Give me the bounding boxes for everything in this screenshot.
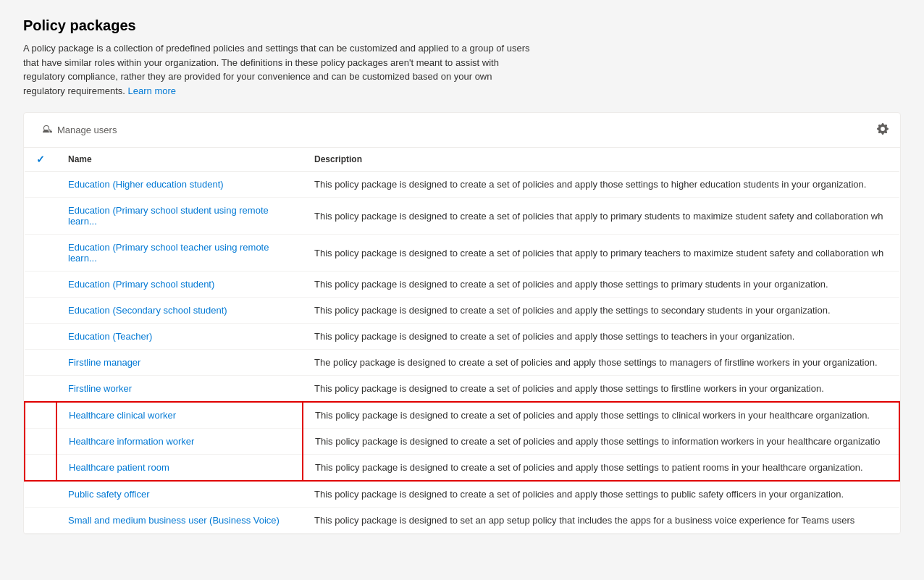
row-name-link[interactable]: Firstline manager — [68, 357, 140, 368]
row-name-cell: Small and medium business user (Business… — [56, 508, 303, 534]
manage-users-label: Manage users — [57, 125, 117, 135]
manage-users-button[interactable]: Manage users — [35, 120, 122, 140]
row-check-cell — [25, 455, 56, 482]
table-row: Education (Primary school teacher using … — [25, 235, 899, 272]
page-title: Policy packages — [23, 17, 901, 34]
gear-icon[interactable] — [877, 123, 889, 138]
table-row: Firstline manager The policy package is … — [25, 350, 899, 376]
row-name-link[interactable]: Education (Primary school teacher using … — [68, 242, 269, 264]
row-name-cell: Public safety officer — [56, 481, 303, 508]
table-row: Healthcare clinical worker This policy p… — [25, 402, 899, 429]
row-description-cell: This policy package is designed to creat… — [303, 172, 899, 198]
row-description-cell: This policy package is designed to creat… — [303, 402, 899, 429]
table-header-row: ✓ Name Description — [25, 148, 899, 172]
table-row: Small and medium business user (Business… — [25, 508, 899, 534]
row-check-cell — [25, 324, 56, 350]
checkmark-icon: ✓ — [36, 154, 45, 165]
check-column-header: ✓ — [25, 148, 56, 172]
row-name-link[interactable]: Healthcare clinical worker — [69, 410, 176, 421]
table-row: Education (Primary school student using … — [25, 198, 899, 235]
row-description-cell: This policy package is designed to creat… — [303, 198, 899, 235]
row-name-cell: Firstline manager — [56, 350, 303, 376]
row-name-link[interactable]: Healthcare information worker — [69, 436, 194, 447]
name-column-header: Name — [56, 148, 303, 172]
row-name-link[interactable]: Small and medium business user (Business… — [68, 515, 280, 526]
row-description-cell: This policy package is designed to creat… — [303, 455, 899, 482]
table-row: Healthcare information worker This polic… — [25, 429, 899, 455]
table-row: Education (Secondary school student) Thi… — [25, 298, 899, 324]
row-check-cell — [25, 429, 56, 455]
description-column-header: Description — [303, 148, 899, 172]
row-name-cell: Education (Teacher) — [56, 324, 303, 350]
row-name-cell: Healthcare information worker — [56, 429, 303, 455]
page-description: A policy package is a collection of pred… — [23, 41, 530, 98]
row-name-cell: Healthcare clinical worker — [56, 402, 303, 429]
row-name-cell: Healthcare patient room — [56, 455, 303, 482]
policy-packages-table: ✓ Name Description Education (Higher edu… — [24, 148, 900, 534]
row-check-cell — [25, 402, 56, 429]
row-name-cell: Education (Secondary school student) — [56, 298, 303, 324]
row-name-cell: Education (Higher education student) — [56, 172, 303, 198]
table-row: Healthcare patient room This policy pack… — [25, 455, 899, 482]
row-name-cell: Education (Primary school student using … — [56, 198, 303, 235]
row-check-cell — [25, 272, 56, 298]
row-name-cell: Education (Primary school student) — [56, 272, 303, 298]
row-name-cell: Education (Primary school teacher using … — [56, 235, 303, 272]
row-check-cell — [25, 298, 56, 324]
row-name-cell: Firstline worker — [56, 376, 303, 403]
row-description-cell: The policy package is designed to create… — [303, 350, 899, 376]
row-description-cell: This policy package is designed to creat… — [303, 324, 899, 350]
row-check-cell — [25, 350, 56, 376]
table-row: Firstline worker This policy package is … — [25, 376, 899, 403]
row-name-link[interactable]: Public safety officer — [68, 489, 149, 500]
card-toolbar: Manage users — [24, 113, 900, 148]
row-description-cell: This policy package is designed to set a… — [303, 508, 899, 534]
row-check-cell — [25, 376, 56, 403]
row-name-link[interactable]: Education (Primary school student) — [68, 279, 214, 290]
table-row: Education (Primary school student) This … — [25, 272, 899, 298]
row-description-cell: This policy package is designed to creat… — [303, 235, 899, 272]
row-name-link[interactable]: Education (Secondary school student) — [68, 305, 227, 316]
row-name-link[interactable]: Education (Teacher) — [68, 331, 152, 342]
people-icon — [41, 123, 53, 137]
learn-more-link[interactable]: Learn more — [128, 85, 176, 96]
table-row: Public safety officer This policy packag… — [25, 481, 899, 508]
row-check-cell — [25, 508, 56, 534]
row-check-cell — [25, 235, 56, 272]
row-description-cell: This policy package is designed to creat… — [303, 272, 899, 298]
table-row: Education (Higher education student) Thi… — [25, 172, 899, 198]
policy-packages-card: Manage users ✓ Name Description Educatio… — [23, 112, 901, 534]
row-check-cell — [25, 481, 56, 508]
row-description-cell: This policy package is designed to creat… — [303, 376, 899, 403]
row-description-cell: This policy package is designed to creat… — [303, 429, 899, 455]
row-name-link[interactable]: Education (Primary school student using … — [68, 205, 269, 227]
row-check-cell — [25, 198, 56, 235]
row-name-link[interactable]: Education (Higher education student) — [68, 179, 224, 190]
row-check-cell — [25, 172, 56, 198]
table-row: Education (Teacher) This policy package … — [25, 324, 899, 350]
row-name-link[interactable]: Firstline worker — [68, 383, 132, 394]
row-description-cell: This policy package is designed to creat… — [303, 298, 899, 324]
row-description-cell: This policy package is designed to creat… — [303, 481, 899, 508]
row-name-link[interactable]: Healthcare patient room — [69, 462, 169, 473]
